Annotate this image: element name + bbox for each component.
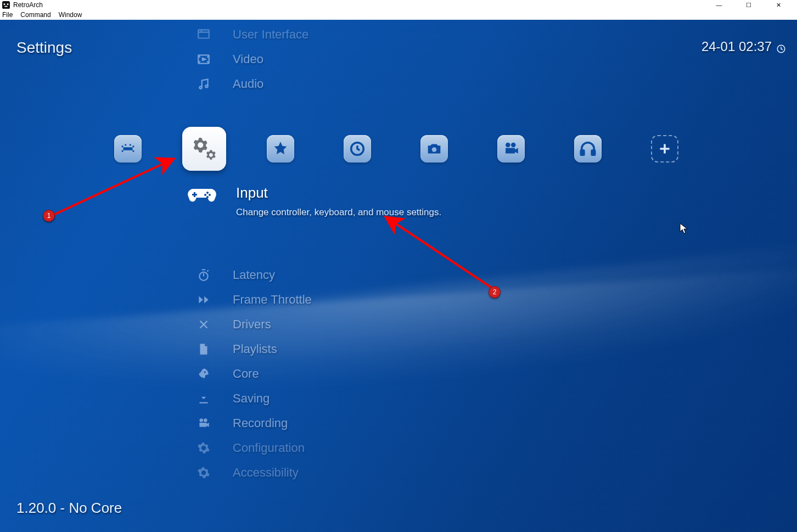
- item-label: Audio: [233, 77, 263, 91]
- menu-command[interactable]: Command: [20, 11, 50, 19]
- ui-icon: [197, 27, 211, 42]
- window-title: RetroArch: [13, 1, 43, 9]
- svg-rect-3: [4, 6, 7, 7]
- category-favorites[interactable]: [267, 135, 294, 163]
- svg-point-8: [205, 85, 207, 87]
- window-buttons: — ☐ ✕: [711, 2, 797, 9]
- category-netplay[interactable]: [574, 135, 602, 163]
- item-frame-throttle[interactable]: Frame Throttle: [197, 287, 775, 312]
- window-menubar: File Command Window: [0, 10, 797, 20]
- plus-icon: [655, 139, 674, 158]
- film-camera-icon: [502, 139, 520, 158]
- item-label: Accessibility: [233, 466, 299, 480]
- item-core[interactable]: Core: [197, 361, 775, 386]
- stopwatch-icon: [197, 268, 211, 282]
- svg-point-17: [206, 192, 209, 194]
- item-audio[interactable]: Audio: [197, 71, 775, 96]
- category-images[interactable]: [420, 135, 448, 163]
- list-above: User Interface Video Audio: [197, 22, 775, 96]
- audio-icon: [197, 77, 211, 91]
- annotation-badge-2: 2: [489, 286, 501, 298]
- svg-point-24: [204, 418, 207, 422]
- tools-icon: [197, 317, 211, 332]
- invader-icon: [119, 139, 137, 158]
- item-recording[interactable]: Recording: [197, 411, 775, 435]
- camera-icon: [425, 139, 444, 158]
- window-close-button[interactable]: ✕: [771, 2, 786, 9]
- item-label: Video: [233, 52, 263, 66]
- item-label: Saving: [233, 391, 270, 406]
- item-accessibility[interactable]: Accessibility: [197, 460, 775, 485]
- item-label: Frame Throttle: [233, 293, 312, 307]
- svg-point-19: [204, 194, 206, 196]
- filmcam-icon: [197, 416, 211, 430]
- svg-point-23: [199, 418, 203, 422]
- menu-file[interactable]: File: [2, 11, 13, 19]
- video-icon: [197, 52, 211, 66]
- svg-point-7: [199, 86, 201, 88]
- item-video[interactable]: Video: [197, 47, 775, 71]
- menu-window[interactable]: Window: [59, 11, 82, 19]
- category-main-menu[interactable]: [114, 135, 142, 163]
- item-latency[interactable]: Latency: [197, 262, 775, 287]
- gamepad-icon: [187, 184, 217, 204]
- item-drivers[interactable]: Drivers: [197, 312, 775, 337]
- item-label: Core: [233, 367, 259, 381]
- item-label: Playlists: [233, 342, 277, 356]
- selected-item-desc: Change controller, keyboard, and mouse s…: [236, 207, 441, 218]
- category-history[interactable]: [344, 135, 371, 163]
- category-add[interactable]: [651, 135, 678, 163]
- footer-version: 1.20.0 - No Core: [16, 500, 122, 517]
- mouse-cursor: [680, 223, 688, 235]
- item-configuration[interactable]: Configuration: [197, 435, 775, 460]
- list-below: Latency Frame Throttle Drivers Playlists…: [197, 262, 775, 485]
- svg-point-11: [506, 143, 510, 148]
- item-user-interface[interactable]: User Interface: [197, 22, 775, 47]
- cog-icon: [197, 441, 211, 455]
- clock-icon: [776, 42, 786, 52]
- item-label: Latency: [233, 268, 275, 282]
- cogs-icon: [189, 134, 219, 164]
- svg-rect-14: [592, 150, 595, 155]
- selected-item-title: Input: [236, 184, 441, 201]
- svg-point-18: [209, 194, 211, 196]
- svg-rect-13: [581, 150, 584, 155]
- clock-icon: [348, 139, 367, 158]
- item-label: Drivers: [233, 317, 271, 332]
- rocket-icon: [197, 367, 211, 381]
- svg-rect-0: [2, 1, 10, 9]
- item-playlists[interactable]: Playlists: [197, 337, 775, 361]
- item-label: Recording: [233, 416, 288, 430]
- download-icon: [197, 391, 211, 406]
- item-saving[interactable]: Saving: [197, 386, 775, 411]
- svg-rect-16: [192, 194, 197, 195]
- ffwd-icon: [197, 293, 211, 307]
- page-title: Settings: [16, 39, 72, 57]
- svg-point-20: [206, 196, 209, 198]
- category-videos[interactable]: [497, 135, 525, 163]
- item-label: User Interface: [233, 27, 308, 42]
- svg-point-10: [432, 147, 437, 152]
- category-row: [0, 124, 797, 173]
- category-settings[interactable]: [182, 127, 226, 171]
- window-maximize-button[interactable]: ☐: [741, 2, 756, 9]
- svg-rect-2: [7, 3, 9, 5]
- svg-point-12: [511, 143, 516, 148]
- star-icon: [271, 139, 290, 158]
- svg-rect-5: [198, 30, 209, 38]
- app-icon: [2, 1, 10, 9]
- retroarch-viewport: Settings 24-01 02:37 User Interface Vide…: [0, 20, 797, 532]
- window-titlebar: RetroArch — ☐ ✕: [0, 0, 797, 10]
- window-minimize-button[interactable]: —: [711, 2, 727, 9]
- annotation-badge-1: 1: [43, 210, 55, 222]
- headset-icon: [579, 139, 597, 158]
- svg-point-22: [204, 371, 206, 373]
- file-icon: [197, 342, 211, 356]
- svg-rect-1: [4, 3, 5, 5]
- cog-icon: [197, 466, 211, 480]
- selected-item-input[interactable]: Input Change controller, keyboard, and m…: [187, 184, 775, 218]
- item-label: Configuration: [233, 441, 305, 455]
